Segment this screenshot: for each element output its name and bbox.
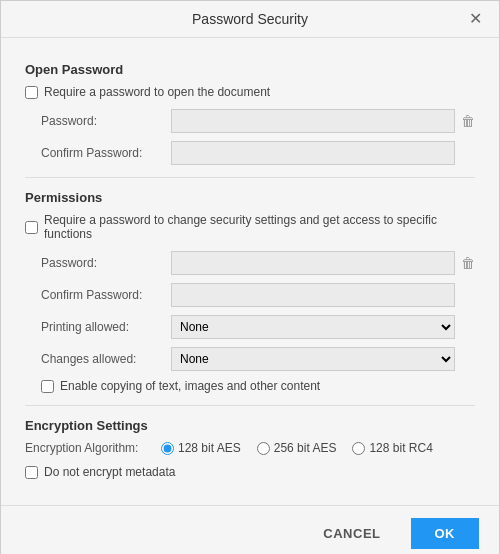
printing-label: Printing allowed: — [41, 320, 171, 334]
encryption-title: Encryption Settings — [25, 418, 475, 433]
open-password-input[interactable] — [171, 109, 455, 133]
open-password-trash-icon[interactable]: 🗑 — [461, 113, 475, 129]
close-button[interactable]: ✕ — [464, 9, 487, 29]
title-bar: Password Security ✕ — [1, 1, 499, 38]
changes-select[interactable]: None Inserting, deleting and rotating pa… — [171, 347, 455, 371]
radio-128rc4-option: 128 bit RC4 — [352, 441, 432, 455]
open-password-label: Password: — [41, 114, 171, 128]
radio-128rc4[interactable] — [352, 442, 365, 455]
radio-128aes[interactable] — [161, 442, 174, 455]
copy-checkbox-label[interactable]: Enable copying of text, images and other… — [60, 379, 320, 393]
dialog-title: Password Security — [192, 11, 308, 27]
open-confirm-input[interactable] — [171, 141, 455, 165]
dialog-footer: CANCEL OK — [1, 505, 499, 554]
algorithm-row: Encryption Algorithm: 128 bit AES 256 bi… — [25, 441, 475, 455]
permissions-checkbox-label[interactable]: Require a password to change security se… — [44, 213, 475, 241]
open-password-title: Open Password — [25, 62, 475, 77]
changes-label: Changes allowed: — [41, 352, 171, 366]
copy-checkbox-row: Enable copying of text, images and other… — [25, 379, 475, 393]
permissions-checkbox-row: Require a password to change security se… — [25, 213, 475, 241]
perm-confirm-label: Confirm Password: — [41, 288, 171, 302]
metadata-checkbox-row: Do not encrypt metadata — [25, 465, 475, 479]
changes-field-row: Changes allowed: None Inserting, deletin… — [25, 347, 475, 371]
printing-select[interactable]: None Low Resolution High Resolution — [171, 315, 455, 339]
open-password-checkbox[interactable] — [25, 86, 38, 99]
radio-256aes-label[interactable]: 256 bit AES — [274, 441, 337, 455]
metadata-checkbox[interactable] — [25, 466, 38, 479]
radio-128rc4-label[interactable]: 128 bit RC4 — [369, 441, 432, 455]
printing-field-row: Printing allowed: None Low Resolution Hi… — [25, 315, 475, 339]
open-password-checkbox-row: Require a password to open the document — [25, 85, 475, 99]
open-password-field-row: Password: 🗑 — [25, 109, 475, 133]
cancel-button[interactable]: CANCEL — [303, 518, 400, 549]
open-confirm-field-row: Confirm Password: — [25, 141, 475, 165]
radio-256aes-option: 256 bit AES — [257, 441, 337, 455]
password-security-dialog: Password Security ✕ Open Password Requir… — [0, 0, 500, 554]
dialog-content: Open Password Require a password to open… — [1, 38, 499, 505]
encryption-section: Encryption Settings Encryption Algorithm… — [25, 418, 475, 479]
open-confirm-label: Confirm Password: — [41, 146, 171, 160]
open-password-section: Open Password Require a password to open… — [25, 62, 475, 165]
algorithm-radio-group: 128 bit AES 256 bit AES 128 bit RC4 — [161, 441, 433, 455]
copy-checkbox[interactable] — [41, 380, 54, 393]
open-password-checkbox-label[interactable]: Require a password to open the document — [44, 85, 270, 99]
perm-confirm-field-row: Confirm Password: — [25, 283, 475, 307]
perm-password-label: Password: — [41, 256, 171, 270]
permissions-section: Permissions Require a password to change… — [25, 190, 475, 393]
divider-1 — [25, 177, 475, 178]
radio-256aes[interactable] — [257, 442, 270, 455]
permissions-title: Permissions — [25, 190, 475, 205]
divider-2 — [25, 405, 475, 406]
algorithm-label: Encryption Algorithm: — [25, 441, 155, 455]
perm-password-trash-icon[interactable]: 🗑 — [461, 255, 475, 271]
radio-128aes-label[interactable]: 128 bit AES — [178, 441, 241, 455]
perm-password-input[interactable] — [171, 251, 455, 275]
perm-confirm-input[interactable] — [171, 283, 455, 307]
metadata-checkbox-label[interactable]: Do not encrypt metadata — [44, 465, 175, 479]
permissions-checkbox[interactable] — [25, 221, 38, 234]
ok-button[interactable]: OK — [411, 518, 480, 549]
perm-password-field-row: Password: 🗑 — [25, 251, 475, 275]
radio-128aes-option: 128 bit AES — [161, 441, 241, 455]
